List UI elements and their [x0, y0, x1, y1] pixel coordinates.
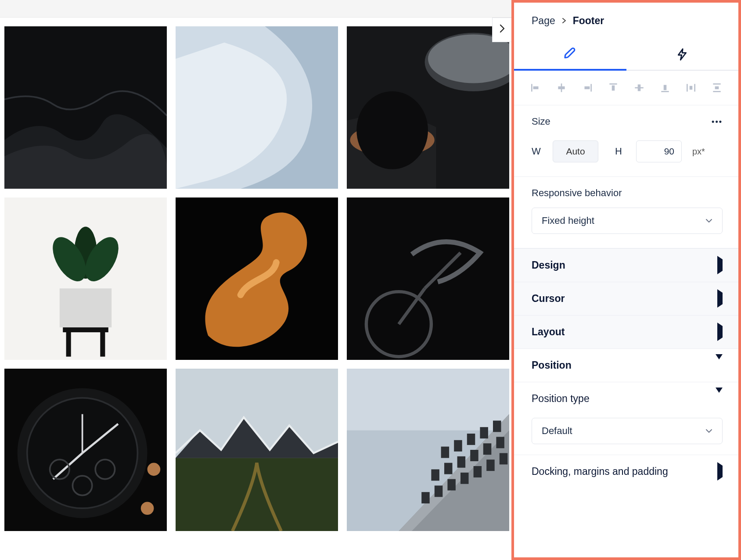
svg-rect-9 — [60, 288, 112, 327]
image-grid — [0, 18, 511, 535]
triangle-right-icon — [717, 259, 723, 271]
svg-rect-68 — [690, 86, 693, 90]
breadcrumb-current: Footer — [573, 15, 604, 27]
height-label: H — [615, 146, 628, 157]
svg-point-29 — [141, 502, 154, 515]
section-size: Size ••• W Auto H 90 px* — [514, 105, 738, 177]
align-center-h-button[interactable] — [554, 80, 569, 95]
breadcrumb: Page Footer — [514, 3, 738, 39]
responsive-select[interactable]: Fixed height — [532, 208, 723, 234]
svg-rect-37 — [454, 440, 462, 452]
tab-design[interactable] — [514, 39, 626, 71]
svg-rect-52 — [486, 459, 495, 471]
svg-rect-47 — [421, 492, 430, 503]
svg-rect-61 — [612, 86, 615, 91]
grid-tile[interactable] — [347, 26, 509, 189]
grid-tile[interactable] — [4, 369, 167, 531]
responsive-value: Fixed height — [542, 215, 594, 226]
panel-tabs — [514, 39, 738, 71]
svg-rect-57 — [558, 86, 565, 90]
svg-rect-51 — [474, 466, 482, 477]
svg-rect-50 — [460, 473, 469, 484]
position-type-value: Default — [542, 425, 572, 437]
canvas[interactable] — [0, 0, 511, 560]
svg-rect-39 — [480, 427, 488, 438]
grid-tile[interactable] — [176, 26, 338, 189]
tab-interactions[interactable] — [626, 39, 739, 70]
chevron-down-icon — [705, 216, 712, 226]
inspector-panel: Page Footer — [511, 0, 741, 560]
height-input[interactable]: 90 — [636, 140, 682, 162]
responsive-title: Responsive behavior — [532, 187, 723, 199]
align-top-button[interactable] — [606, 80, 621, 95]
align-left-button[interactable] — [528, 80, 543, 95]
grid-tile[interactable] — [4, 26, 167, 189]
svg-rect-49 — [447, 479, 456, 491]
section-position-type[interactable]: Position type — [514, 382, 738, 415]
triangle-down-icon — [716, 393, 723, 405]
alignment-toolbar — [514, 71, 738, 105]
align-bottom-button[interactable] — [658, 80, 673, 95]
triangle-right-icon — [717, 293, 723, 305]
panel-collapse-toggle[interactable] — [492, 18, 511, 42]
svg-rect-46 — [496, 437, 504, 448]
position-type-select[interactable]: Default — [532, 418, 723, 444]
svg-rect-12 — [63, 327, 108, 332]
svg-rect-33 — [347, 369, 509, 431]
section-docking[interactable]: Docking, margins and padding — [514, 455, 738, 488]
triangle-right-icon — [717, 466, 723, 477]
svg-rect-43 — [457, 456, 466, 468]
svg-rect-59 — [585, 86, 590, 90]
svg-rect-48 — [435, 485, 443, 497]
svg-rect-55 — [533, 86, 539, 90]
size-title: Size — [532, 116, 550, 127]
triangle-down-icon — [716, 359, 723, 371]
svg-rect-38 — [467, 434, 475, 445]
align-right-button[interactable] — [580, 80, 595, 95]
svg-rect-65 — [664, 85, 667, 90]
section-design[interactable]: Design — [514, 248, 738, 282]
svg-rect-41 — [431, 469, 439, 481]
distribute-h-button[interactable] — [683, 80, 698, 95]
section-responsive: Responsive behavior Fixed height — [514, 177, 738, 248]
svg-rect-40 — [493, 420, 501, 432]
svg-rect-45 — [483, 443, 492, 455]
section-position[interactable]: Position — [514, 348, 738, 382]
svg-rect-42 — [444, 463, 453, 474]
width-input[interactable]: Auto — [553, 140, 598, 162]
breadcrumb-parent[interactable]: Page — [532, 15, 555, 27]
svg-point-7 — [356, 91, 428, 169]
grid-tile[interactable] — [176, 369, 338, 531]
distribute-v-button[interactable] — [709, 80, 724, 95]
section-cursor[interactable]: Cursor — [514, 282, 738, 315]
brush-icon — [563, 47, 578, 61]
svg-rect-53 — [500, 453, 508, 464]
svg-point-28 — [147, 463, 161, 476]
chevron-right-icon — [561, 16, 567, 26]
grid-tile[interactable] — [176, 197, 338, 360]
lightning-icon — [676, 47, 689, 62]
grid-tile[interactable] — [4, 197, 167, 360]
width-label: W — [532, 146, 545, 157]
grid-tile[interactable] — [347, 197, 509, 360]
svg-rect-44 — [470, 450, 478, 461]
grid-tile[interactable] — [347, 369, 509, 531]
section-layout[interactable]: Layout — [514, 315, 738, 348]
svg-rect-71 — [715, 86, 719, 90]
svg-rect-63 — [638, 84, 641, 91]
triangle-right-icon — [717, 326, 723, 338]
height-unit[interactable]: px* — [692, 147, 705, 157]
align-middle-v-button[interactable] — [632, 80, 647, 95]
size-more-button[interactable]: ••• — [712, 117, 723, 126]
editor-topbar — [0, 0, 511, 18]
chevron-down-icon — [705, 427, 712, 436]
chevron-right-icon — [499, 24, 506, 36]
svg-rect-36 — [441, 447, 450, 458]
